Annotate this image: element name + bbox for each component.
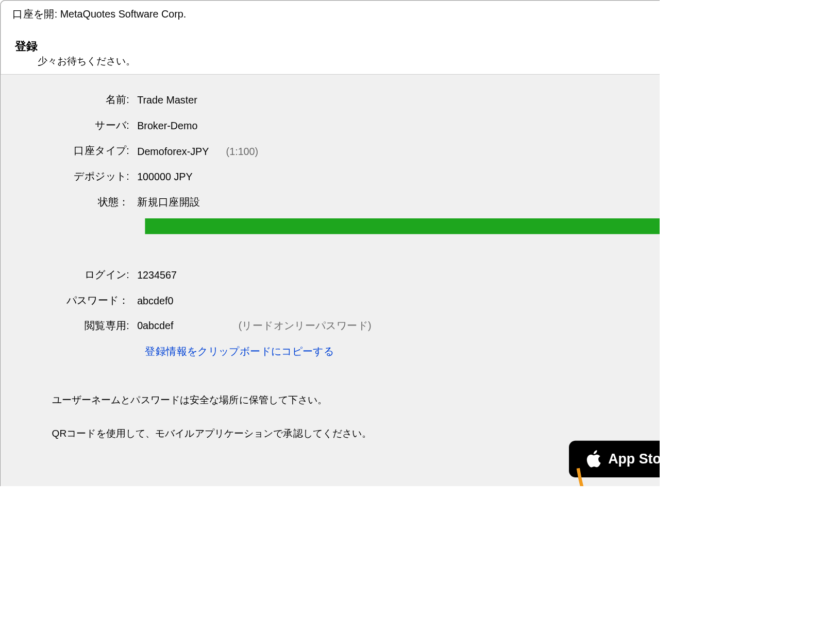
copy-to-clipboard-link[interactable]: 登録情報をクリップボードにコピーする [145,345,660,359]
app-store-button[interactable]: App Store [569,441,660,477]
progress-bar [145,218,660,234]
account-type-label: 口座タイプ: [6,144,137,158]
name-label: 名前: [6,93,137,107]
titlebar: 口座を開: MetaQuotes Software Corp. ? [1,1,660,27]
password-label: パスワード： [6,294,137,307]
status-value: 新規口座開設 [137,195,200,209]
window-title: 口座を開: MetaQuotes Software Corp. [12,8,186,22]
leverage-value: (1:100) [226,145,259,157]
app-store-label: App Store [608,451,660,467]
apple-icon [586,450,602,469]
account-open-dialog: 口座を開: MetaQuotes Software Corp. ? 登録 少々お… [0,0,660,486]
hint-qr: QRコードを使用して、モバイルアプリケーションで承認してください。 [52,427,660,440]
deposit-label: デポジット: [6,170,137,184]
name-value: Trade Master [137,94,197,106]
header-subtitle: 少々お待ちください。 [38,55,660,67]
header-title: 登録 [15,39,660,54]
server-label: サーバ: [6,118,137,132]
header-block: 登録 少々お待ちください。 [1,27,660,75]
hint-safekeep: ユーザーネームとパスワードは安全な場所に保管して下さい。 [52,394,660,406]
password-value: abcdef0 [137,295,173,306]
readonly-label: 閲覧専用: [6,319,137,333]
readonly-hint: (リードオンリーパスワード) [239,320,372,331]
content-area: 名前: Trade Master サーバ: Broker-Demo 口座タイプ:… [1,75,660,486]
login-label: ログイン: [6,268,137,282]
deposit-value: 100000 JPY [137,171,193,183]
server-value: Broker-Demo [137,119,197,131]
readonly-value: 0abcdef (リードオンリーパスワード) [137,319,371,333]
status-label: 状態： [6,195,137,209]
login-value: 1234567 [137,269,177,281]
account-type-value: Demoforex-JPY (1:100) [137,145,258,157]
